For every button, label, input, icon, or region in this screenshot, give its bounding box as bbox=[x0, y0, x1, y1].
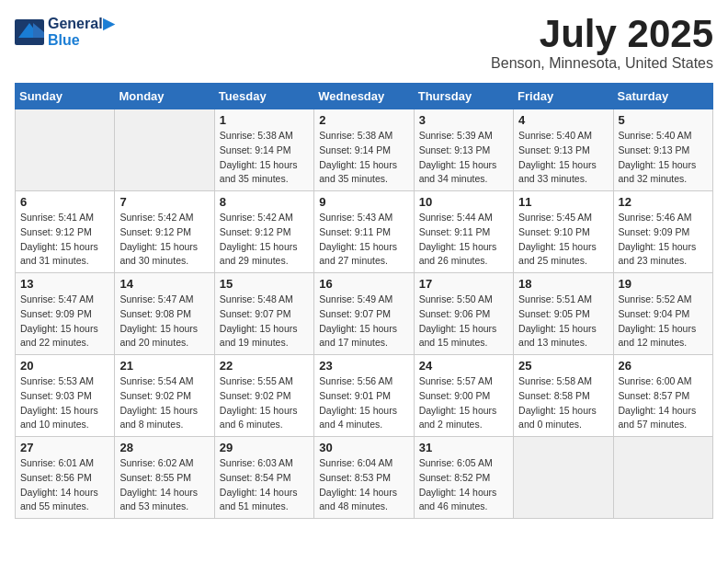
day-number: 6 bbox=[20, 195, 109, 209]
day-number: 15 bbox=[220, 277, 309, 291]
day-number: 28 bbox=[119, 441, 209, 454]
day-number: 26 bbox=[619, 359, 708, 373]
calendar-cell: 5Sunrise: 5:40 AM Sunset: 9:13 PM Daylig… bbox=[613, 109, 712, 191]
calendar-cell: 17Sunrise: 5:50 AM Sunset: 9:06 PM Dayli… bbox=[414, 273, 513, 355]
calendar-cell bbox=[115, 109, 214, 191]
calendar-cell: 10Sunrise: 5:44 AM Sunset: 9:11 PM Dayli… bbox=[414, 191, 513, 273]
day-number: 19 bbox=[619, 277, 708, 291]
calendar-cell: 23Sunrise: 5:56 AM Sunset: 9:01 PM Dayli… bbox=[314, 355, 414, 437]
day-detail: Sunrise: 5:55 AM Sunset: 9:02 PM Dayligh… bbox=[220, 374, 309, 432]
day-number: 4 bbox=[518, 113, 608, 127]
calendar-cell bbox=[613, 437, 712, 519]
calendar-cell: 1Sunrise: 5:38 AM Sunset: 9:14 PM Daylig… bbox=[214, 109, 313, 191]
day-detail: Sunrise: 5:50 AM Sunset: 9:06 PM Dayligh… bbox=[419, 293, 508, 350]
calendar-cell: 4Sunrise: 5:40 AM Sunset: 9:13 PM Daylig… bbox=[514, 109, 613, 191]
day-detail: Sunrise: 5:39 AM Sunset: 9:13 PM Dayligh… bbox=[419, 129, 508, 187]
calendar-cell: 12Sunrise: 5:46 AM Sunset: 9:09 PM Dayli… bbox=[613, 191, 712, 273]
day-detail: Sunrise: 5:54 AM Sunset: 9:02 PM Dayligh… bbox=[119, 374, 209, 432]
logo-icon bbox=[15, 19, 44, 45]
calendar-cell: 15Sunrise: 5:48 AM Sunset: 9:07 PM Dayli… bbox=[214, 273, 313, 355]
day-number: 25 bbox=[518, 359, 608, 373]
day-detail: Sunrise: 5:45 AM Sunset: 9:10 PM Dayligh… bbox=[518, 211, 608, 269]
day-number: 9 bbox=[319, 195, 408, 209]
day-detail: Sunrise: 5:58 AM Sunset: 8:58 PM Dayligh… bbox=[518, 374, 608, 432]
calendar-cell: 14Sunrise: 5:47 AM Sunset: 9:08 PM Dayli… bbox=[115, 273, 214, 355]
day-number: 7 bbox=[119, 195, 209, 209]
day-detail: Sunrise: 5:40 AM Sunset: 9:13 PM Dayligh… bbox=[619, 129, 708, 187]
day-number: 30 bbox=[319, 441, 408, 454]
calendar-cell: 18Sunrise: 5:51 AM Sunset: 9:05 PM Dayli… bbox=[514, 273, 613, 355]
calendar-cell: 7Sunrise: 5:42 AM Sunset: 9:12 PM Daylig… bbox=[115, 191, 214, 273]
week-row-2: 6Sunrise: 5:41 AM Sunset: 9:12 PM Daylig… bbox=[16, 191, 713, 273]
calendar-cell: 11Sunrise: 5:45 AM Sunset: 9:10 PM Dayli… bbox=[514, 191, 613, 273]
calendar-cell: 24Sunrise: 5:57 AM Sunset: 9:00 PM Dayli… bbox=[414, 355, 513, 437]
logo: General▶ Blue bbox=[15, 15, 114, 49]
day-number: 13 bbox=[20, 277, 109, 291]
page-header: General▶ Blue July 2025 Benson, Minnesot… bbox=[15, 15, 713, 72]
calendar-header-row: SundayMondayTuesdayWednesdayThursdayFrid… bbox=[16, 84, 713, 109]
header-wednesday: Wednesday bbox=[314, 84, 414, 109]
calendar-cell: 29Sunrise: 6:03 AM Sunset: 8:54 PM Dayli… bbox=[214, 437, 313, 519]
day-detail: Sunrise: 6:03 AM Sunset: 8:54 PM Dayligh… bbox=[220, 456, 309, 514]
day-number: 12 bbox=[619, 195, 708, 209]
header-friday: Friday bbox=[514, 84, 613, 109]
day-detail: Sunrise: 5:51 AM Sunset: 9:05 PM Dayligh… bbox=[518, 293, 608, 350]
day-number: 17 bbox=[419, 277, 508, 291]
logo-text: General▶ Blue bbox=[48, 15, 114, 49]
day-number: 2 bbox=[319, 113, 408, 127]
day-detail: Sunrise: 5:42 AM Sunset: 9:12 PM Dayligh… bbox=[220, 211, 309, 269]
day-detail: Sunrise: 5:52 AM Sunset: 9:04 PM Dayligh… bbox=[619, 293, 708, 350]
day-number: 29 bbox=[220, 441, 309, 454]
day-detail: Sunrise: 5:46 AM Sunset: 9:09 PM Dayligh… bbox=[619, 211, 708, 269]
day-number: 22 bbox=[220, 359, 309, 373]
week-row-3: 13Sunrise: 5:47 AM Sunset: 9:09 PM Dayli… bbox=[16, 273, 713, 355]
header-thursday: Thursday bbox=[414, 84, 513, 109]
day-number: 8 bbox=[220, 195, 309, 209]
day-detail: Sunrise: 5:47 AM Sunset: 9:09 PM Dayligh… bbox=[20, 293, 109, 350]
day-number: 23 bbox=[319, 359, 408, 373]
calendar-table: SundayMondayTuesdayWednesdayThursdayFrid… bbox=[15, 83, 713, 519]
day-detail: Sunrise: 6:04 AM Sunset: 8:53 PM Dayligh… bbox=[319, 456, 408, 514]
day-number: 5 bbox=[619, 113, 708, 127]
header-sunday: Sunday bbox=[16, 84, 115, 109]
calendar-cell: 31Sunrise: 6:05 AM Sunset: 8:52 PM Dayli… bbox=[414, 437, 513, 519]
header-tuesday: Tuesday bbox=[214, 84, 313, 109]
day-number: 31 bbox=[419, 441, 508, 454]
day-number: 27 bbox=[20, 441, 109, 454]
day-detail: Sunrise: 5:47 AM Sunset: 9:08 PM Dayligh… bbox=[119, 293, 209, 350]
day-number: 21 bbox=[119, 359, 209, 373]
header-monday: Monday bbox=[115, 84, 214, 109]
day-detail: Sunrise: 5:40 AM Sunset: 9:13 PM Dayligh… bbox=[518, 129, 608, 187]
day-detail: Sunrise: 6:00 AM Sunset: 8:57 PM Dayligh… bbox=[619, 374, 708, 432]
calendar-cell: 25Sunrise: 5:58 AM Sunset: 8:58 PM Dayli… bbox=[514, 355, 613, 437]
day-number: 14 bbox=[119, 277, 209, 291]
calendar-cell bbox=[514, 437, 613, 519]
day-number: 10 bbox=[419, 195, 508, 209]
day-number: 11 bbox=[518, 195, 608, 209]
title-block: July 2025 Benson, Minnesota, United Stat… bbox=[491, 15, 713, 72]
calendar-cell: 27Sunrise: 6:01 AM Sunset: 8:56 PM Dayli… bbox=[16, 437, 115, 519]
day-detail: Sunrise: 5:53 AM Sunset: 9:03 PM Dayligh… bbox=[20, 374, 109, 432]
day-detail: Sunrise: 6:01 AM Sunset: 8:56 PM Dayligh… bbox=[20, 456, 109, 514]
calendar-cell: 3Sunrise: 5:39 AM Sunset: 9:13 PM Daylig… bbox=[414, 109, 513, 191]
day-detail: Sunrise: 5:57 AM Sunset: 9:00 PM Dayligh… bbox=[419, 374, 508, 432]
calendar-cell: 9Sunrise: 5:43 AM Sunset: 9:11 PM Daylig… bbox=[314, 191, 414, 273]
calendar-cell: 16Sunrise: 5:49 AM Sunset: 9:07 PM Dayli… bbox=[314, 273, 414, 355]
day-detail: Sunrise: 5:38 AM Sunset: 9:14 PM Dayligh… bbox=[220, 129, 309, 187]
day-number: 16 bbox=[319, 277, 408, 291]
calendar-cell: 2Sunrise: 5:38 AM Sunset: 9:14 PM Daylig… bbox=[314, 109, 414, 191]
calendar-cell bbox=[16, 109, 115, 191]
week-row-1: 1Sunrise: 5:38 AM Sunset: 9:14 PM Daylig… bbox=[16, 109, 713, 191]
calendar-cell: 28Sunrise: 6:02 AM Sunset: 8:55 PM Dayli… bbox=[115, 437, 214, 519]
day-detail: Sunrise: 6:05 AM Sunset: 8:52 PM Dayligh… bbox=[419, 456, 508, 514]
calendar-cell: 6Sunrise: 5:41 AM Sunset: 9:12 PM Daylig… bbox=[16, 191, 115, 273]
day-detail: Sunrise: 5:38 AM Sunset: 9:14 PM Dayligh… bbox=[319, 129, 408, 187]
week-row-4: 20Sunrise: 5:53 AM Sunset: 9:03 PM Dayli… bbox=[16, 355, 713, 437]
day-detail: Sunrise: 5:41 AM Sunset: 9:12 PM Dayligh… bbox=[20, 211, 109, 269]
day-detail: Sunrise: 5:48 AM Sunset: 9:07 PM Dayligh… bbox=[220, 293, 309, 350]
day-detail: Sunrise: 5:44 AM Sunset: 9:11 PM Dayligh… bbox=[419, 211, 508, 269]
week-row-5: 27Sunrise: 6:01 AM Sunset: 8:56 PM Dayli… bbox=[16, 437, 713, 519]
calendar-cell: 21Sunrise: 5:54 AM Sunset: 9:02 PM Dayli… bbox=[115, 355, 214, 437]
day-number: 24 bbox=[419, 359, 508, 373]
day-detail: Sunrise: 5:49 AM Sunset: 9:07 PM Dayligh… bbox=[319, 293, 408, 350]
